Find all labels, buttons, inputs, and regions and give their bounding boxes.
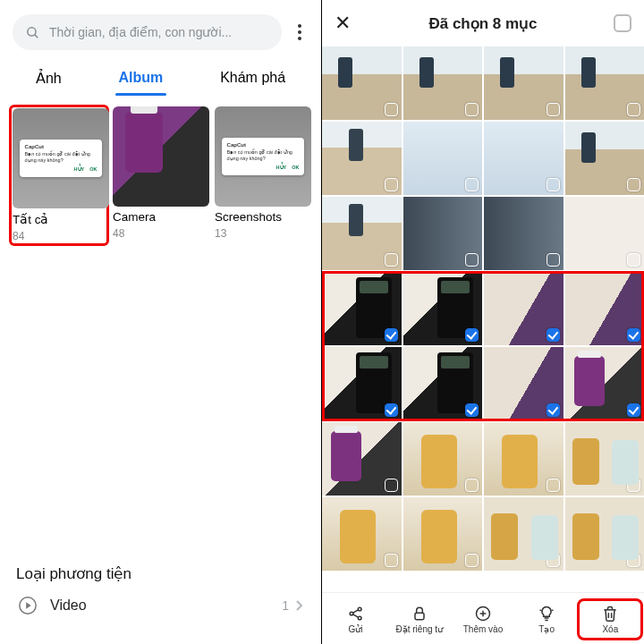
action-addto[interactable]: Thêm vào: [454, 605, 512, 634]
photo-cell[interactable]: [322, 122, 402, 195]
search-placeholder: Thời gian, địa điểm, con người...: [49, 25, 232, 39]
album-all-thumb: CapCut Bạn có muốn gỡ cài đặt ứng dụng n…: [13, 108, 109, 208]
photo-cell[interactable]: [484, 122, 564, 195]
more-menu-icon[interactable]: [291, 24, 309, 40]
photo-grid: [322, 47, 644, 571]
photo-cell[interactable]: [322, 47, 402, 120]
action-private[interactable]: Đặt riêng tư: [391, 605, 448, 634]
photo-cell[interactable]: [403, 272, 483, 345]
media-video-count: 1: [282, 598, 289, 613]
photo-cell[interactable]: [403, 47, 483, 120]
action-create[interactable]: Tạo: [518, 605, 575, 634]
svg-point-0: [28, 27, 36, 35]
tab-explore[interactable]: Khám phá: [216, 63, 289, 96]
photo-cell[interactable]: [322, 272, 402, 345]
svg-line-12: [540, 610, 542, 611]
photo-cell[interactable]: [484, 47, 564, 120]
album-all-count: 84: [13, 230, 106, 242]
photo-cell[interactable]: [565, 47, 645, 120]
album-screenshots-count: 13: [215, 227, 311, 240]
search-row: Thời gian, địa điểm, con người...: [0, 0, 321, 59]
album-screenshots-thumb: CapCut Bạn có muốn gỡ cài đặt ứng dụng n…: [215, 106, 311, 207]
photo-cell[interactable]: [565, 347, 645, 420]
photo-cell[interactable]: [322, 497, 402, 571]
albums-row: CapCut Bạn có muốn gỡ cài đặt ứng dụng n…: [0, 96, 321, 244]
svg-point-5: [358, 616, 361, 620]
photo-cell[interactable]: [565, 497, 645, 571]
photo-cell[interactable]: [484, 347, 564, 420]
photo-cell[interactable]: [403, 422, 483, 496]
action-send[interactable]: Gửi: [327, 605, 385, 634]
media-video-row[interactable]: Video 1: [0, 583, 321, 628]
svg-line-7: [352, 614, 358, 617]
svg-point-3: [350, 612, 353, 615]
svg-line-6: [352, 610, 358, 613]
play-circle-icon: [18, 596, 38, 615]
svg-line-13: [552, 610, 554, 611]
trash-icon: [601, 605, 619, 623]
svg-point-4: [358, 607, 361, 611]
action-bar: Gửi Đặt riêng tư Thêm vào Tạo Xóa: [322, 592, 644, 644]
photo-cell[interactable]: [484, 197, 564, 270]
photo-cell[interactable]: [565, 197, 645, 270]
photo-grid-wrap: [322, 47, 644, 571]
album-camera-thumb: [113, 106, 209, 207]
photo-cell[interactable]: [484, 497, 564, 571]
media-types-title: Loại phương tiện: [0, 564, 321, 583]
album-camera-name: Camera: [113, 210, 209, 224]
media-types-section: Loại phương tiện Video 1: [0, 564, 321, 628]
photo-cell[interactable]: [403, 497, 483, 571]
albums-screen: Thời gian, địa điểm, con người... Ảnh Al…: [0, 0, 322, 644]
photo-cell[interactable]: [565, 272, 645, 345]
media-video-label: Video: [50, 597, 87, 614]
search-icon: [25, 25, 40, 40]
selection-title: Đã chọn 8 mục: [322, 14, 644, 33]
photo-cell[interactable]: [565, 122, 645, 195]
close-icon[interactable]: ✕: [335, 12, 351, 35]
album-screenshots-name: Screenshots: [215, 210, 311, 224]
chevron-right-icon: [294, 599, 303, 612]
album-all-name: Tất cả: [13, 212, 106, 226]
photo-cell[interactable]: [403, 347, 483, 420]
selection-screen: ✕ Đã chọn 8 mục: [322, 0, 644, 644]
lightbulb-icon: [538, 605, 555, 623]
photo-cell[interactable]: [403, 197, 483, 270]
search-input[interactable]: Thời gian, địa điểm, con người...: [13, 14, 282, 50]
photo-cell[interactable]: [322, 422, 402, 496]
svg-rect-8: [415, 613, 424, 620]
select-all-checkbox[interactable]: [614, 14, 631, 32]
tab-album[interactable]: Album: [115, 63, 167, 96]
photo-cell[interactable]: [322, 197, 402, 270]
tabs: Ảnh Album Khám phá: [0, 59, 321, 96]
selection-header: ✕ Đã chọn 8 mục: [322, 0, 644, 47]
album-screenshots[interactable]: CapCut Bạn có muốn gỡ cài đặt ứng dụng n…: [215, 106, 311, 244]
photo-cell[interactable]: [322, 347, 402, 420]
share-icon: [347, 605, 365, 623]
photo-cell[interactable]: [484, 272, 564, 345]
album-camera-count: 48: [113, 227, 209, 240]
lock-icon: [411, 605, 428, 623]
action-delete[interactable]: Xóa: [581, 603, 639, 636]
album-camera[interactable]: Camera 48: [113, 106, 209, 244]
tab-photos[interactable]: Ảnh: [32, 63, 65, 96]
photo-cell[interactable]: [403, 122, 483, 195]
photo-cell[interactable]: [565, 422, 645, 496]
album-all[interactable]: CapCut Bạn có muốn gỡ cài đặt ứng dụng n…: [11, 106, 107, 244]
svg-line-1: [35, 34, 38, 37]
plus-circle-icon: [474, 605, 492, 623]
photo-cell[interactable]: [484, 422, 564, 496]
